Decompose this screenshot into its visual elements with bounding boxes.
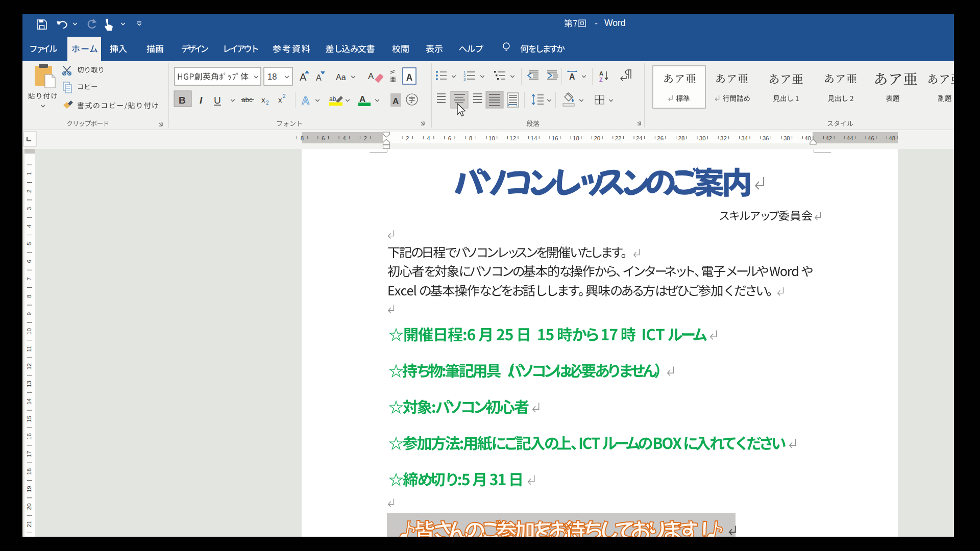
svg-text:4: 4: [427, 135, 430, 141]
svg-text:U: U: [214, 95, 221, 106]
svg-text:I: I: [200, 95, 203, 106]
svg-text:28: 28: [678, 135, 685, 141]
svg-text:A: A: [368, 71, 374, 81]
svg-text:34: 34: [741, 135, 748, 141]
svg-text:21: 21: [26, 521, 32, 528]
svg-text:6: 6: [448, 135, 451, 141]
svg-text:26: 26: [657, 135, 664, 141]
svg-text:6: 6: [322, 135, 325, 141]
svg-text:2: 2: [283, 93, 286, 99]
svg-text:A: A: [316, 73, 322, 82]
svg-text:6: 6: [26, 260, 32, 263]
svg-text:1: 1: [26, 172, 32, 175]
svg-text:3: 3: [26, 207, 32, 210]
svg-text:x: x: [278, 95, 282, 104]
svg-text:8: 8: [301, 135, 304, 141]
svg-text:A: A: [599, 70, 603, 77]
svg-text:18: 18: [26, 468, 32, 475]
svg-text:24: 24: [636, 135, 643, 141]
svg-text:15: 15: [26, 416, 32, 422]
svg-text:36: 36: [763, 135, 769, 141]
svg-text:12: 12: [26, 363, 32, 370]
svg-text:x: x: [261, 95, 265, 104]
svg-text:5: 5: [26, 242, 32, 245]
svg-text:2: 2: [266, 100, 269, 106]
svg-text:A: A: [569, 72, 575, 81]
svg-text:8: 8: [469, 135, 472, 141]
svg-text:38: 38: [783, 135, 790, 141]
svg-text:18: 18: [573, 135, 579, 141]
svg-text:A: A: [302, 94, 309, 106]
svg-text:7: 7: [26, 277, 32, 280]
svg-text:17: 17: [26, 451, 32, 458]
svg-text:10: 10: [26, 328, 32, 335]
svg-text:ab: ab: [329, 95, 336, 103]
svg-text:16: 16: [552, 135, 558, 141]
svg-text:14: 14: [531, 135, 537, 141]
svg-text:12: 12: [509, 135, 516, 141]
svg-text:9: 9: [26, 312, 32, 315]
svg-text:2: 2: [406, 135, 409, 141]
svg-text:-: -: [595, 18, 598, 28]
svg-text:22: 22: [615, 135, 622, 141]
svg-text:2: 2: [364, 135, 367, 141]
svg-text:30: 30: [699, 135, 706, 141]
svg-text:4: 4: [26, 224, 32, 228]
svg-text:46: 46: [868, 135, 874, 141]
svg-text:14: 14: [26, 398, 32, 405]
svg-text:11: 11: [26, 346, 32, 352]
svg-text:18: 18: [267, 72, 277, 81]
svg-text:20: 20: [594, 135, 600, 141]
svg-text:A: A: [393, 96, 399, 106]
svg-text:13: 13: [26, 381, 32, 387]
svg-text:16: 16: [26, 433, 32, 440]
svg-text:3: 3: [463, 77, 466, 82]
svg-text:48: 48: [889, 135, 895, 141]
svg-text:32: 32: [720, 135, 727, 141]
svg-text:20: 20: [26, 504, 32, 510]
svg-text:B: B: [179, 95, 186, 106]
svg-text:Aa: Aa: [336, 73, 346, 82]
svg-text:40: 40: [804, 135, 811, 141]
svg-text:19: 19: [26, 486, 32, 492]
svg-text:42: 42: [825, 135, 832, 141]
svg-text:8: 8: [26, 295, 32, 298]
svg-text:10: 10: [488, 135, 495, 141]
svg-text:Z: Z: [599, 77, 603, 83]
svg-text:44: 44: [847, 135, 853, 141]
svg-text:4: 4: [342, 135, 346, 141]
svg-text:Word: Word: [604, 18, 626, 28]
svg-text:2: 2: [26, 189, 32, 192]
